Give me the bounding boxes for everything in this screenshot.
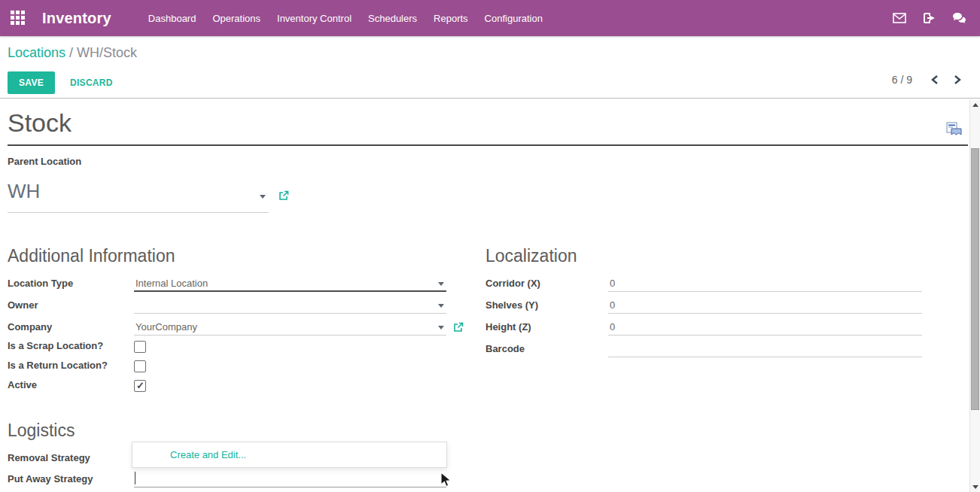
return-location-label: Is a Return Location? — [8, 360, 134, 371]
pager-value: 6 / 9 — [892, 74, 912, 86]
parent-location-external-link-icon[interactable] — [278, 190, 289, 204]
location-type-select[interactable]: Internal Location — [134, 275, 446, 292]
scrollbar-down-arrow-icon[interactable] — [972, 485, 978, 489]
form-buttons: SAVE DISCARD — [8, 71, 113, 94]
putaway-strategy-label: Put Away Strategy — [8, 470, 134, 484]
form-sheet: Stock Parent Location WH Additional — [0, 99, 980, 492]
scrollbar-thumb[interactable] — [971, 148, 979, 410]
company-row: Company YourCompany — [8, 318, 446, 340]
localization-heading: Localization — [485, 246, 577, 266]
company-external-link-icon[interactable] — [453, 322, 464, 335]
menu-operations[interactable]: Operations — [204, 2, 269, 35]
owner-field[interactable] — [134, 296, 446, 314]
height-label: Height (Z) — [485, 318, 608, 333]
chevron-down-icon[interactable] — [260, 195, 266, 199]
height-value: 0 — [610, 321, 615, 333]
scrap-location-row: Is a Scrap Location? — [8, 340, 446, 360]
logout-icon[interactable] — [922, 12, 936, 25]
corridor-label: Corridor (X) — [485, 275, 608, 289]
location-name-value: Stock — [8, 108, 72, 137]
save-button[interactable]: SAVE — [8, 71, 55, 94]
chevron-down-icon[interactable] — [438, 304, 444, 308]
scrollbar-up-arrow-icon[interactable] — [972, 103, 978, 107]
location-type-label: Location Type — [8, 275, 134, 289]
shelves-value: 0 — [610, 299, 615, 311]
location-type-row: Location Type Internal Location — [8, 275, 446, 296]
top-navbar: Inventory Dashboard Operations Inventory… — [0, 0, 980, 36]
putaway-strategy-row: Put Away Strategy — [8, 470, 446, 492]
main-menu: Dashboard Operations Inventory Control S… — [140, 2, 551, 35]
active-checkbox[interactable] — [134, 380, 146, 392]
discuss-chat-icon[interactable] — [952, 12, 966, 25]
breadcrumb-separator: / — [65, 45, 77, 60]
menu-inventory-control[interactable]: Inventory Control — [269, 2, 360, 35]
menu-schedulers[interactable]: Schedulers — [360, 2, 425, 35]
page: Inventory Dashboard Operations Inventory… — [0, 0, 980, 492]
corridor-value: 0 — [610, 278, 615, 289]
messages-envelope-icon[interactable] — [892, 12, 906, 25]
pager-previous-icon[interactable] — [929, 74, 941, 86]
menu-dashboard[interactable]: Dashboard — [140, 2, 205, 35]
barcode-input[interactable] — [608, 340, 922, 357]
company-value: YourCompany — [135, 321, 197, 333]
parent-location-field[interactable]: WH — [8, 180, 269, 213]
parent-location-label: Parent Location — [8, 156, 81, 167]
barcode-label: Barcode — [485, 340, 608, 354]
menu-configuration[interactable]: Configuration — [476, 2, 551, 35]
return-location-row: Is a Return Location? — [8, 360, 446, 379]
owner-row: Owner — [8, 296, 446, 318]
active-row: Active — [8, 379, 446, 399]
record-pager: 6 / 9 — [892, 74, 963, 86]
autocomplete-dropdown: Create and Edit... — [132, 442, 447, 468]
barcode-row: Barcode — [485, 340, 922, 362]
shelves-label: Shelves (Y) — [485, 296, 608, 311]
text-cursor — [135, 472, 135, 484]
company-field[interactable]: YourCompany — [134, 318, 446, 336]
chevron-down-icon[interactable] — [438, 326, 444, 330]
chevron-down-icon[interactable] — [438, 282, 444, 286]
create-and-edit-option[interactable]: Create and Edit... — [132, 442, 446, 467]
additional-information-group: Location Type Internal Location Owner Co… — [8, 275, 446, 399]
logistics-heading: Logistics — [8, 421, 75, 441]
shelves-row: Shelves (Y) 0 — [485, 296, 922, 318]
return-location-checkbox[interactable] — [134, 360, 146, 372]
height-row: Height (Z) 0 — [485, 318, 922, 340]
breadcrumb: Locations/WH/Stock — [8, 45, 137, 61]
breadcrumb-locations-link[interactable]: Locations — [8, 45, 65, 60]
corridor-input[interactable]: 0 — [608, 275, 922, 292]
removal-strategy-label: Removal Strategy — [8, 449, 134, 463]
additional-information-heading: Additional Information — [8, 246, 175, 266]
navbar-right-icons — [892, 12, 969, 25]
scrap-location-checkbox[interactable] — [134, 341, 146, 353]
scrap-location-label: Is a Scrap Location? — [8, 340, 134, 351]
parent-location-value: WH — [8, 180, 40, 202]
location-name-input[interactable]: Stock — [8, 108, 968, 146]
control-panel: Locations/WH/Stock SAVE DISCARD 6 / 9 — [0, 36, 980, 99]
vertical-scrollbar[interactable] — [969, 100, 980, 492]
localization-group: Corridor (X) 0 Shelves (Y) 0 Height (Z) … — [485, 275, 922, 362]
pager-next-icon[interactable] — [951, 74, 963, 86]
breadcrumb-current: WH/Stock — [77, 45, 137, 60]
discard-button[interactable]: DISCARD — [70, 77, 113, 88]
translate-icon[interactable] — [946, 113, 962, 142]
active-label: Active — [8, 379, 134, 390]
shelves-input[interactable]: 0 — [608, 296, 922, 314]
height-input[interactable]: 0 — [608, 318, 922, 336]
app-title[interactable]: Inventory — [42, 10, 111, 27]
corridor-row: Corridor (X) 0 — [485, 275, 922, 296]
company-label: Company — [8, 318, 134, 333]
owner-label: Owner — [8, 296, 134, 311]
putaway-strategy-input[interactable] — [134, 470, 446, 487]
menu-reports[interactable]: Reports — [425, 2, 476, 35]
location-type-value: Internal Location — [135, 278, 208, 289]
apps-grid-icon[interactable] — [11, 11, 26, 26]
